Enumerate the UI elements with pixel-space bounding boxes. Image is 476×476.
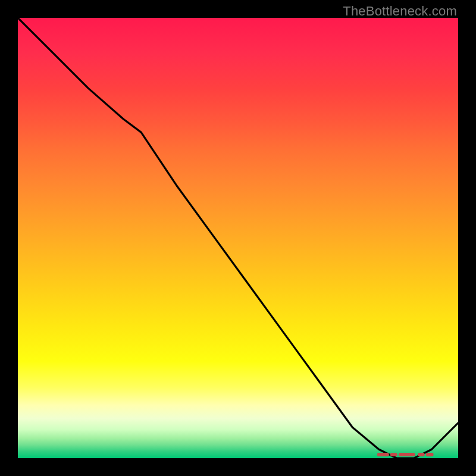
chart-frame: TheBottleneck.com [0,0,476,476]
watermark-text: TheBottleneck.com [343,4,457,19]
optimal-range-marker [18,18,458,458]
plot-area [18,18,458,458]
